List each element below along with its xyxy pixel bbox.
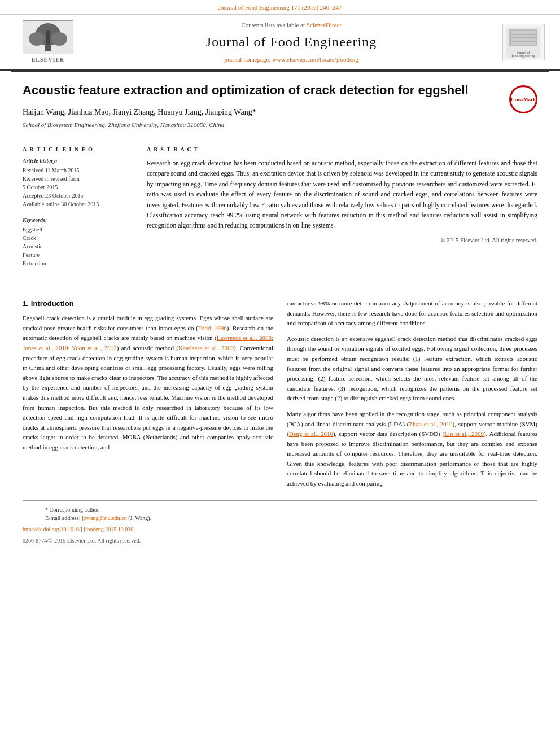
article-authors: Haijun Wang, Jianhua Mao, Jianyi Zhang, … (23, 107, 498, 118)
section1-heading: 1.Introduction (23, 299, 273, 309)
svg-text:food engineering: food engineering (512, 54, 535, 58)
abstract-title: A B S T R A C T (147, 146, 537, 154)
article-header: Acoustic feature extraction and optimiza… (0, 72, 560, 135)
journal-cover-image: journal of food engineering (502, 24, 545, 60)
keyword-extraction: Extraction (23, 259, 135, 268)
copyright: © 2015 Elsevier Ltd. All rights reserved… (147, 237, 537, 245)
article-affiliation: School of Biosystem Engineering, Zhejian… (23, 121, 498, 129)
footnote-area: * Corresponding author. E-mail address: … (23, 500, 537, 522)
article-title: Acoustic feature extraction and optimiza… (23, 82, 498, 99)
article-info-abstract: A R T I C L E I N F O Article history: R… (0, 135, 560, 281)
elsevier-logo-block: ELSEVIER (11, 20, 85, 64)
footnote-corresponding: * Corresponding author. (45, 505, 515, 514)
main-content: 1.Introduction Eggshell crack detection … (0, 293, 560, 500)
keyword-eggshell: Eggshell (23, 225, 135, 234)
content-col-left: 1.Introduction Eggshell crack detection … (23, 299, 273, 495)
article-info-title: A R T I C L E I N F O (23, 146, 135, 154)
abstract-panel: A B S T R A C T Research on egg crack de… (147, 141, 537, 276)
keyword-crack: Crack (23, 234, 135, 242)
section1-para4: Many algorithms have been applied in the… (287, 409, 537, 489)
journal-title-area: Contents lists available at ScienceDirec… (85, 21, 498, 64)
elsevier-wordmark: ELSEVIER (32, 56, 65, 64)
journal-banner: ELSEVIER Contents lists available at Sci… (0, 15, 560, 71)
issn-line: 0260-8774/© 2015 Elsevier Ltd. All right… (23, 538, 141, 544)
article-title-block: Acoustic feature extraction and optimiza… (23, 82, 498, 129)
keywords-block: Keywords: Eggshell Crack Acoustic Featur… (23, 216, 135, 268)
section-divider (23, 287, 537, 287)
content-col-right: can achieve 98% or more detection accura… (287, 299, 537, 495)
elsevier-tree-icon (23, 20, 73, 54)
svg-point-3 (51, 32, 67, 46)
top-citation: Journal of Food Engineering 171 (2016) 2… (0, 0, 560, 15)
keyword-feature: Feature (23, 251, 135, 259)
section1-para2: can achieve 98% or more detection accura… (287, 299, 537, 329)
section1-para3: Acoustic detection is an extensive eggsh… (287, 334, 537, 404)
section1-para1: Eggshell crack detection is a crucial mo… (23, 313, 273, 452)
journal-thumbnail: journal of food engineering (498, 24, 549, 60)
bottom-links: http://dx.doi.org/10.1016/j.jfoodeng.201… (0, 522, 560, 550)
svg-rect-4 (46, 30, 50, 45)
footnote-email: E-mail address: jpwang@zju.edu.cn (J. Wa… (45, 514, 515, 522)
doi-link[interactable]: http://dx.doi.org/10.1016/j.jfoodeng.201… (23, 526, 537, 534)
keyword-acoustic: Acoustic (23, 242, 135, 251)
svg-point-2 (29, 32, 45, 46)
abstract-text: Research on egg crack detection has been… (147, 158, 537, 231)
crossmark-badge: CrossMark (509, 85, 537, 113)
article-info-panel: A R T I C L E I N F O Article history: R… (23, 141, 135, 276)
history-block: Article history: Received 11 March 2015 … (23, 157, 135, 208)
journal-name: Journal of Food Engineering (85, 33, 498, 52)
